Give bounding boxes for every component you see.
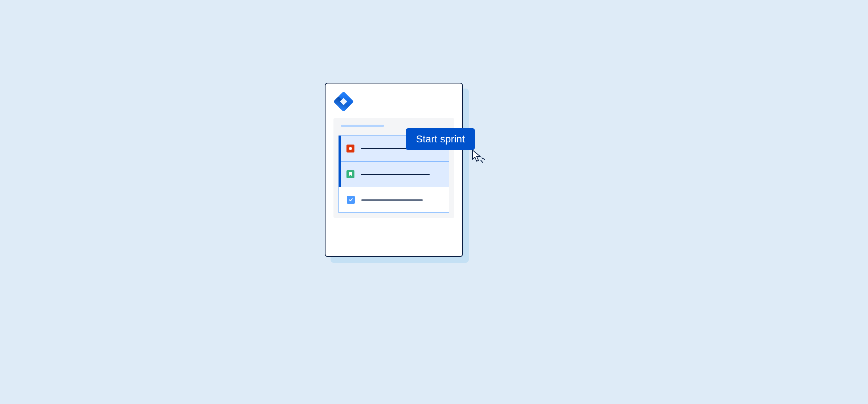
issue-row[interactable]: [339, 187, 449, 213]
start-sprint-button-label: Start sprint: [416, 133, 465, 145]
sprint-title-placeholder: [341, 125, 384, 127]
issue-text-placeholder: [361, 199, 423, 201]
issue-text-placeholder: [361, 148, 412, 149]
issue-row[interactable]: [339, 161, 449, 187]
sprint-card: [325, 83, 463, 257]
svg-line-6: [481, 160, 483, 163]
jira-logo-icon: [333, 91, 354, 112]
illustration-stage: Start sprint: [246, 76, 622, 328]
task-icon: [347, 196, 355, 204]
svg-point-4: [349, 147, 352, 150]
cursor-click-icon: [471, 149, 487, 165]
bug-icon: [346, 145, 354, 152]
story-icon: [346, 170, 354, 178]
start-sprint-button[interactable]: Start sprint: [406, 128, 475, 150]
svg-line-5: [482, 158, 485, 159]
issue-text-placeholder: [361, 174, 430, 175]
